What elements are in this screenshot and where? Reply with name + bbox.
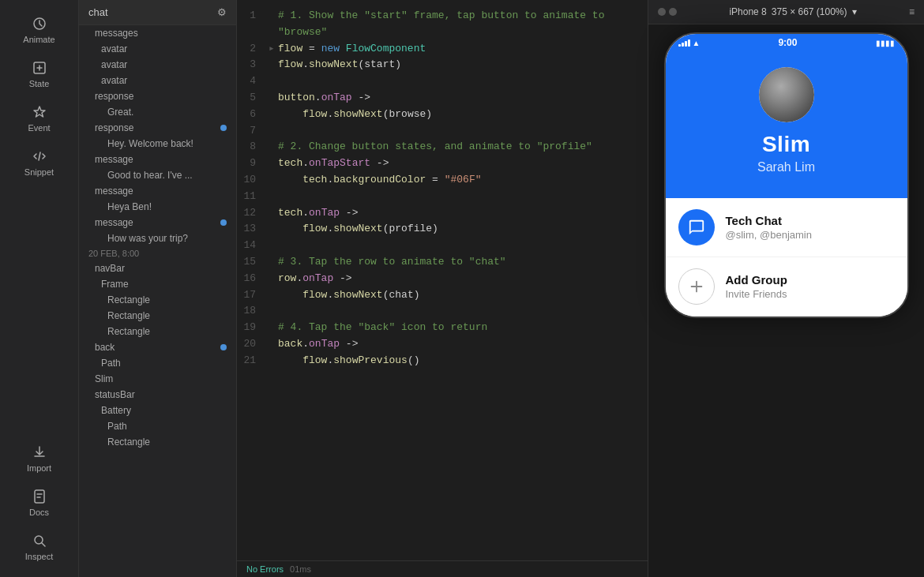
sidebar-item-docs-label: Docs [29,508,49,517]
list-item[interactable]: back [79,339,236,355]
list-item[interactable]: Great. [79,104,236,120]
list-item[interactable]: Path [79,355,236,371]
svg-rect-2 [35,490,44,503]
code-line: 17 flow.showNext(chat) [237,287,648,304]
no-errors-label: No Errors [246,564,284,574]
code-line: 8 # 2. Change button states, and animate… [237,139,648,155]
phone-status-bar: ▲ 9:00 ▮▮▮▮ [666,34,907,51]
code-line: 16 row.onTap -> [237,271,648,287]
chat-name-add-group: Add Group [726,273,895,287]
device-dimensions: 375 × 667 (100%) [772,6,847,17]
sidebar-item-docs[interactable]: Docs [0,481,78,525]
sidebar-item-snippet[interactable]: Snippet [0,141,78,185]
code-line: 20 back.onTap -> [237,336,648,353]
error-time: 01ms [290,564,311,574]
list-item[interactable]: response [79,88,236,104]
chat-avatar-tech [678,209,715,245]
code-line: 14 [237,238,648,254]
device-label: iPhone 8 375 × 667 (100%) ▾ [729,6,856,17]
sidebar-item-snippet-label: Snippet [24,167,54,177]
sidebar-item-import-label: Import [27,463,51,473]
list-item[interactable]: How was your trip? [79,230,236,246]
layers-tree: messages avatar avatar avatar response G… [79,25,236,577]
circle-2 [669,8,677,16]
code-line: 19 # 4. Tap the "back" icon to return [237,320,648,336]
sidebar-item-import[interactable]: Import [0,436,78,481]
chat-avatar-add-group [678,268,715,305]
list-item[interactable]: navBar [79,260,236,276]
chat-item-tech[interactable]: Tech Chat @slim, @benjamin [666,198,907,257]
code-line: 6 flow.showNext(browse) [237,107,648,123]
list-item[interactable]: avatar [79,57,236,73]
status-time: 9:00 [778,37,797,48]
code-editor: 1 # 1. Show the "start" frame, tap butto… [237,0,648,577]
sidebar-item-inspect[interactable]: Inspect [0,525,78,569]
code-line: 2 ▸ flow = new FlowComponent [237,41,648,58]
code-line: 15 # 3. Tap the row to animate to "chat" [237,254,648,271]
sidebar-item-event-label: Event [28,123,50,133]
layers-settings-icon[interactable]: ⚙ [217,6,227,18]
layers-title: chat [88,6,108,18]
list-item[interactable]: Slim [79,371,236,387]
sidebar-item-state-label: State [29,79,50,88]
chat-name-tech: Tech Chat [726,214,895,227]
list-item[interactable]: Good to hear. I've ... [79,167,236,183]
sidebar-item-animate[interactable]: Animate [0,8,78,52]
list-item[interactable]: response [79,120,236,136]
device-name: iPhone 8 [729,6,766,17]
battery-icon: ▮▮▮▮ [876,39,895,47]
layer-dot [220,344,227,350]
code-line: 10 tech.backgroundColor = "#06F" [237,172,648,189]
code-footer: No Errors 01ms [237,560,648,577]
left-sidebar: Animate State Event Snippet Import [0,0,79,577]
code-line: 13 flow.showNext(profile) [237,221,648,238]
code-line: 1 # 1. Show the "start" frame, tap butto… [237,8,648,41]
code-line: 18 [237,303,648,320]
list-item[interactable]: Path [79,418,236,434]
chat-info-tech: Tech Chat @slim, @benjamin [726,214,895,241]
chat-sub-tech: @slim, @benjamin [726,229,895,241]
code-line: 7 [237,123,648,140]
list-item[interactable]: Hey. Welcome back! [79,136,236,152]
list-item[interactable]: messages [79,25,236,41]
phone-container: ▲ 9:00 ▮▮▮▮ Slim Sarah Lim [648,24,924,577]
list-item[interactable]: Heya Ben! [79,199,236,215]
chat-item-add-group[interactable]: Add Group Invite Friends [666,257,907,317]
list-item[interactable]: message [79,152,236,167]
signal-bars-icon [678,39,690,47]
code-line: 11 [237,189,648,205]
preview-header: iPhone 8 375 × 667 (100%) ▾ ≡ [648,0,924,24]
status-left: ▲ [678,39,701,47]
circle-1 [658,8,666,16]
list-item[interactable]: avatar [79,41,236,57]
list-item[interactable]: message [79,215,236,230]
phone-mockup: ▲ 9:00 ▮▮▮▮ Slim Sarah Lim [664,32,909,318]
avatar-image [759,67,814,122]
code-line: 21 flow.showPrevious() [237,353,648,369]
list-item[interactable]: Frame [79,276,236,292]
code-line: 12 tech.onTap -> [237,205,648,222]
layer-dot [220,219,227,226]
hamburger-icon[interactable]: ≡ [909,6,915,17]
sidebar-item-inspect-label: Inspect [25,552,53,561]
list-item[interactable]: Rectangle [79,308,236,324]
chat-list: Tech Chat @slim, @benjamin Add Group Inv… [666,198,907,317]
sidebar-item-state[interactable]: State [0,52,78,96]
list-item[interactable]: avatar [79,73,236,88]
chat-sub-add-group: Invite Friends [726,288,895,300]
list-item[interactable]: statusBar [79,387,236,403]
preview-panel: iPhone 8 375 × 667 (100%) ▾ ≡ ▲ 9:00 [648,0,924,577]
code-line: 9 tech.onTapStart -> [237,155,648,172]
list-item[interactable]: Battery [79,403,236,418]
chevron-down-icon[interactable]: ▾ [852,6,857,17]
profile-section: Slim Sarah Lim [666,51,907,198]
list-item[interactable]: message [79,183,236,199]
list-item[interactable]: Rectangle [79,434,236,450]
list-item[interactable]: Rectangle [79,292,236,308]
status-right: ▮▮▮▮ [876,39,895,47]
sidebar-bottom: Import Docs Inspect [0,436,78,569]
code-area[interactable]: 1 # 1. Show the "start" frame, tap butto… [237,0,648,560]
code-line: 5 button.onTap -> [237,90,648,107]
sidebar-item-event[interactable]: Event [0,96,78,141]
list-item[interactable]: Rectangle [79,324,236,339]
